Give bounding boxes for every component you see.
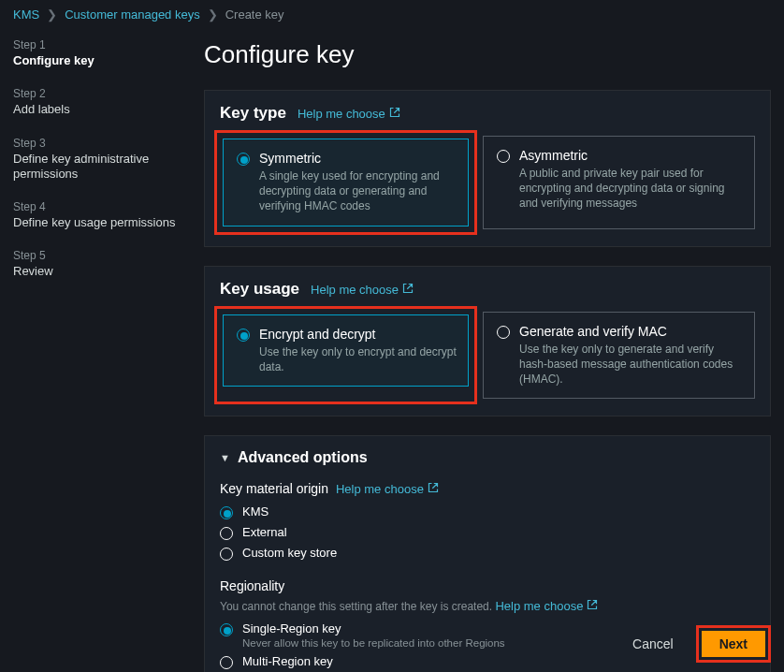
- radio-icon: [220, 527, 233, 540]
- regionality-note: You cannot change this setting after the…: [220, 599, 755, 613]
- key-type-help-link[interactable]: Help me choose: [298, 107, 400, 121]
- option-generate-verify-mac[interactable]: Generate and verify MAC Use the key only…: [483, 312, 755, 400]
- breadcrumb-mid[interactable]: Customer managed keys: [65, 7, 200, 22]
- radio-icon: [237, 329, 250, 342]
- chevron-right-icon: ❯: [208, 7, 218, 22]
- cancel-button[interactable]: Cancel: [623, 631, 683, 657]
- radio-icon: [497, 326, 510, 339]
- highlight-key-type-symmetric: Symmetric A single key used for encrypti…: [214, 130, 477, 235]
- regionality-label: Regionality: [220, 578, 284, 593]
- chevron-down-icon: ▼: [220, 452, 230, 463]
- key-usage-panel: Key usage Help me choose Encrypt and dec…: [204, 266, 771, 417]
- external-link-icon: [402, 283, 414, 297]
- step-1[interactable]: Step 1 Configure key: [13, 33, 178, 81]
- origin-radio-group: KMS External Custom key store: [220, 502, 755, 563]
- page-title: Configure key: [204, 40, 771, 69]
- radio-icon: [220, 656, 233, 669]
- origin-option-custom-key-store[interactable]: Custom key store: [220, 543, 755, 563]
- radio-icon: [220, 623, 233, 636]
- key-usage-heading: Key usage: [220, 280, 299, 299]
- external-link-icon: [389, 107, 400, 121]
- origin-option-kms[interactable]: KMS: [220, 502, 755, 522]
- breadcrumb-current: Create key: [225, 7, 284, 22]
- step-2[interactable]: Step 2 Add labels: [13, 81, 178, 130]
- chevron-right-icon: ❯: [47, 7, 57, 22]
- next-button[interactable]: Next: [702, 631, 765, 657]
- option-asymmetric[interactable]: Asymmetric A public and private key pair…: [483, 136, 755, 229]
- key-type-heading: Key type: [220, 104, 286, 123]
- radio-icon: [220, 506, 233, 519]
- key-usage-help-link[interactable]: Help me choose: [311, 283, 414, 297]
- external-link-icon: [587, 599, 598, 613]
- option-encrypt-decrypt[interactable]: Encrypt and decrypt Use the key only to …: [223, 314, 469, 387]
- step-4[interactable]: Step 4 Define key usage permissions: [13, 195, 178, 243]
- origin-help-link[interactable]: Help me choose: [336, 482, 439, 496]
- radio-icon: [497, 150, 510, 163]
- breadcrumb: KMS ❯ Customer managed keys ❯ Create key: [0, 0, 784, 27]
- highlight-key-usage-encrypt: Encrypt and decrypt Use the key only to …: [214, 306, 477, 405]
- step-5[interactable]: Step 5 Review: [13, 243, 178, 292]
- step-3[interactable]: Step 3 Define key administrative permiss…: [13, 131, 178, 196]
- highlight-next-button: Next: [696, 625, 771, 663]
- main-content: Configure key Key type Help me choose Sy…: [178, 27, 784, 672]
- external-link-icon: [428, 482, 439, 496]
- option-symmetric[interactable]: Symmetric A single key used for encrypti…: [223, 139, 469, 226]
- breadcrumb-root[interactable]: KMS: [13, 7, 39, 22]
- key-type-panel: Key type Help me choose Symmetric A sing…: [204, 90, 771, 247]
- wizard-footer: Cancel Next: [623, 625, 771, 663]
- origin-option-external[interactable]: External: [220, 522, 755, 543]
- advanced-options-toggle[interactable]: ▼ Advanced options: [220, 449, 755, 466]
- key-material-origin-label: Key material origin Help me choose: [220, 481, 439, 496]
- regionality-help-link[interactable]: Help me choose: [495, 599, 598, 613]
- radio-icon: [220, 548, 233, 561]
- radio-icon: [237, 153, 250, 166]
- wizard-steps: Step 1 Configure key Step 2 Add labels S…: [0, 27, 178, 672]
